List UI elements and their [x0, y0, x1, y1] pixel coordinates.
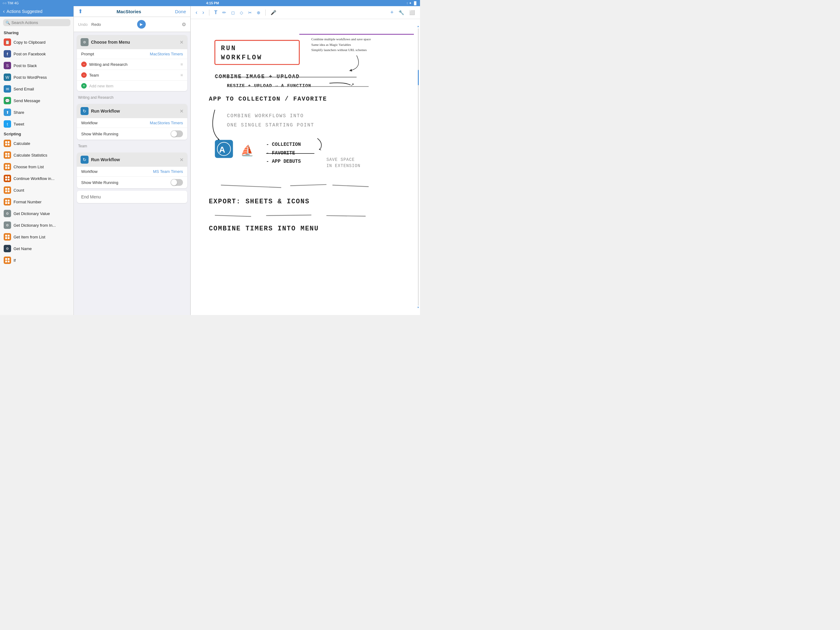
forward-nav-icon[interactable]: › [201, 9, 205, 16]
action-tweet[interactable]: t Tweet [0, 118, 74, 130]
action-calc-stats[interactable]: Calculate Statistics [0, 149, 74, 161]
redo-button[interactable]: Redo [91, 22, 101, 27]
notes-panel: ‹ › T ✏ ◻ ◇ ✂ ⊕ 🎤 + 🔧 ⬜ Combine multiple… [191, 6, 420, 315]
action-get-dict-value[interactable]: ⚙ Get Dictionary Value [0, 207, 74, 219]
workflow-title-bar: ⬆ MacStories Done [74, 6, 190, 17]
search-input[interactable] [11, 20, 68, 25]
svg-text:APP TO COLLECTION / FAVORITE: APP TO COLLECTION / FAVORITE [209, 96, 327, 103]
choose-menu-title: Choose from Menu [91, 40, 130, 44]
status-carrier: ○○ TIM 4G [2, 1, 19, 5]
workflow-row-1: Workflow MacStories Timers [77, 118, 187, 128]
workflow-value-2[interactable]: MS Team Timers [153, 169, 183, 174]
calculate-icon [4, 140, 11, 147]
run-workflow-title-2: Run Workflow [91, 157, 120, 162]
svg-rect-21 [8, 199, 9, 201]
back-arrow-icon[interactable]: ‹ [3, 9, 5, 14]
status-icons: ↑ ✦ ▐▌ [406, 1, 418, 5]
workflow-title: MacStories [117, 9, 141, 14]
action-count[interactable]: Count [0, 184, 74, 196]
remove-team-icon[interactable]: − [81, 72, 87, 78]
get-name-icon: ⚙ [4, 245, 11, 252]
add-icon[interactable]: + [389, 9, 395, 16]
close-run-workflow-1[interactable]: ✕ [180, 108, 183, 114]
choose-from-menu-card: ⚙ Choose from Menu ✕ Prompt MacStories T… [77, 35, 187, 91]
drag-handle-team[interactable]: ≡ [180, 73, 183, 78]
svg-rect-22 [5, 202, 7, 204]
action-if[interactable]: If [0, 255, 74, 266]
action-send-email[interactable]: ✉ Send Email [0, 83, 74, 95]
scroll-indicator[interactable]: ▲ ▼ [417, 19, 419, 315]
workflow-row-2: Workflow MS Team Timers [77, 167, 187, 177]
action-format-number[interactable]: Format Number [0, 196, 74, 207]
action-label: Tweet [14, 122, 24, 127]
workflow-value-1[interactable]: MacStories Timers [150, 120, 183, 125]
view-icon[interactable]: ⬜ [408, 9, 416, 16]
show-while-running-toggle-2[interactable] [171, 179, 183, 186]
action-label: Continue Workflow in... [14, 176, 54, 181]
pen-tool-icon[interactable]: ✏ [221, 9, 227, 16]
action-share[interactable]: ⬆ Share [0, 106, 74, 118]
menu-item-team[interactable]: − Team ≡ [77, 70, 187, 81]
add-item-icon[interactable]: + [81, 83, 87, 89]
eraser-icon[interactable]: ◇ [238, 9, 245, 16]
action-send-message[interactable]: 💬 Send Message [0, 95, 74, 106]
wordpress-icon: W [4, 73, 11, 81]
search-bar[interactable]: 🔍 [3, 19, 70, 26]
action-copy-clipboard[interactable]: 📋 Copy to Clipboard [0, 36, 74, 48]
scissors-icon[interactable]: ✂ [247, 9, 253, 16]
remove-writing-icon[interactable]: − [81, 62, 87, 67]
menu-item-team-label: Team [89, 73, 99, 78]
email-icon: ✉ [4, 85, 11, 93]
menu-item-writing[interactable]: − Writing and Research ≡ [77, 59, 187, 70]
action-post-facebook[interactable]: f Post on Facebook [0, 48, 74, 60]
svg-rect-18 [5, 190, 7, 192]
show-while-running-toggle-1[interactable] [171, 130, 183, 137]
close-run-workflow-2[interactable]: ✕ [180, 157, 183, 163]
done-button[interactable]: Done [175, 9, 186, 14]
card-title-row: ⚙ Choose from Menu [81, 38, 130, 46]
settings-icon[interactable]: ⚙ [182, 22, 186, 27]
svg-rect-3 [8, 144, 9, 146]
choose-list-icon [4, 163, 11, 171]
end-menu-label: End Menu [81, 195, 101, 199]
action-post-wordpress[interactable]: W Post to WordPress [0, 71, 74, 83]
action-calculate[interactable]: Calculate [0, 138, 74, 149]
workflow-label-1: Workflow [81, 120, 98, 125]
prompt-value[interactable]: MacStories Timers [150, 52, 183, 56]
action-get-dict-input[interactable]: ⚙ Get Dictionary from In... [0, 219, 74, 231]
action-label: Share [14, 110, 24, 115]
back-nav-icon[interactable]: ‹ [194, 9, 199, 16]
sharing-section-header: Sharing [0, 28, 74, 36]
action-label: Get Name [14, 246, 32, 251]
action-label: Calculate [14, 141, 30, 146]
action-post-slack[interactable]: S Post to Slack [0, 60, 74, 71]
lasso-icon[interactable]: ⊕ [256, 9, 262, 16]
facebook-icon: f [4, 50, 11, 57]
choose-menu-card-icon: ⚙ [81, 38, 88, 46]
action-continue-workflow[interactable]: Continue Workflow in... [0, 173, 74, 184]
svg-rect-25 [8, 235, 9, 237]
search-icon: 🔍 [6, 21, 10, 25]
section-team: Team [77, 142, 187, 150]
play-button[interactable]: ▶ [137, 20, 146, 28]
drag-handle-writing[interactable]: ≡ [180, 62, 183, 67]
svg-rect-15 [8, 179, 9, 180]
undo-button[interactable]: Undo [78, 22, 88, 27]
close-choose-menu[interactable]: ✕ [180, 40, 183, 45]
action-get-item-list[interactable]: Get Item from List [0, 231, 74, 243]
toolbar-left: Undo Redo [78, 22, 101, 27]
svg-line-58 [332, 185, 369, 187]
text-tool-icon[interactable]: T [213, 9, 219, 16]
action-choose-list[interactable]: Choose from List [0, 161, 74, 173]
wrench-icon[interactable]: 🔧 [397, 9, 406, 16]
add-new-item-row[interactable]: + Add new item [77, 81, 187, 91]
mic-icon[interactable]: 🎤 [269, 9, 278, 16]
upload-icon[interactable]: ⬆ [78, 8, 83, 15]
highlighter-icon[interactable]: ◻ [230, 9, 236, 16]
sidebar-header[interactable]: ‹ Actions Suggested [0, 6, 74, 17]
svg-rect-12 [5, 176, 7, 178]
action-get-name[interactable]: ⚙ Get Name [0, 243, 74, 255]
svg-text:- FAVORITE: - FAVORITE [266, 150, 295, 156]
svg-text:RESIZE + UPLOAD → A FUNCTION: RESIZE + UPLOAD → A FUNCTION [227, 83, 311, 88]
svg-rect-10 [5, 167, 7, 169]
